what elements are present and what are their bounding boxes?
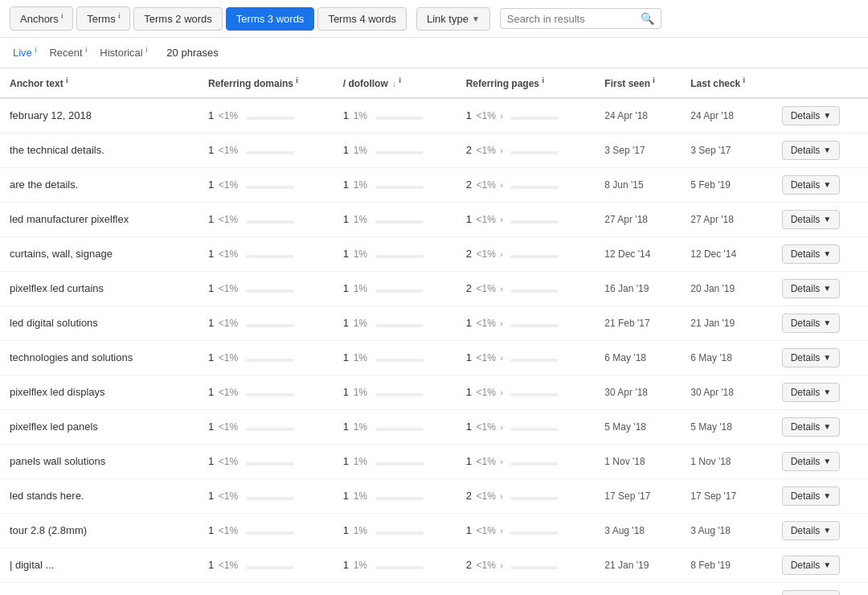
col-referring-pages: Referring pages i [457,68,596,98]
chevron-right-icon: › [501,285,503,293]
dofollow-num: 1 [343,109,349,121]
last-check-cell: 21 Jan '19 [681,306,772,340]
ref-domains-pct: <1% [219,214,238,225]
details-label: Details [791,421,821,433]
ref-pages-bar [510,179,559,191]
details-button[interactable]: Details ▼ [782,210,841,229]
ref-pages-bar [510,110,559,122]
ref-domains-bar [246,387,294,399]
details-label: Details [791,110,821,121]
dofollow-num: 1 [343,144,349,156]
dofollow-pct: 1% [354,318,367,329]
ref-pages-cell: 1 <1% › [457,375,596,409]
ref-pages-num: 1 [466,421,472,433]
dofollow-bar [375,490,424,503]
subnav-live[interactable]: Live i [13,46,36,59]
tab-anchors[interactable]: Anchors i [10,6,73,31]
dofollow-bar [375,318,424,330]
details-label: Details [791,560,821,571]
ref-domains-pct: <1% [219,456,238,467]
link-type-button[interactable]: Link type ▼ [416,7,490,31]
details-button[interactable]: Details ▼ [782,279,841,298]
anchor-text-cell: led video display [0,582,199,595]
details-button[interactable]: Details ▼ [782,417,841,437]
tab-terms4[interactable]: Terms 4 words [317,7,407,31]
ref-pages-num: 1 [466,317,472,329]
anchor-text-cell: pixelflex led panels [0,409,199,444]
ref-domains-num: 1 [208,178,214,191]
details-button[interactable]: Details ▼ [782,314,841,333]
ref-domains-cell: 1 <1% [199,202,334,236]
actions-cell: Details ▼ [772,133,868,167]
details-button[interactable]: Details ▼ [782,244,841,264]
last-check-cell: 24 Feb '18 [681,582,772,595]
details-label: Details [791,525,821,536]
ref-domains-pct: <1% [219,283,238,294]
first-seen-cell: 24 Apr '18 [595,98,681,133]
tab-terms2[interactable]: Terms 2 words [133,7,223,31]
search-input[interactable] [507,13,636,25]
ref-pages-pct: <1% [477,421,496,433]
table-row: curtains, wall, signage 1 <1% 1 1% 2 <1%… [0,236,868,271]
link-type-label: Link type [427,13,469,25]
ref-domains-pct: <1% [219,560,238,571]
details-chevron-icon: ▼ [823,388,831,396]
dofollow-pct: 1% [354,490,367,502]
table-row: led stands here. 1 <1% 1 1% 2 <1% › 17 S… [0,478,868,513]
details-button[interactable]: Details ▼ [782,348,841,367]
dofollow-bar [375,145,424,157]
table-row: are the details. 1 <1% 1 1% 2 <1% › 8 Ju… [0,167,868,202]
actions-cell: Details ▼ [772,582,868,595]
last-check-cell: 1 Nov '18 [681,444,772,478]
table-row: led digital solutions 1 <1% 1 1% 1 <1% ›… [0,306,868,340]
ref-pages-bar [510,318,559,330]
dofollow-bar [375,283,424,295]
details-button[interactable]: Details ▼ [782,521,841,540]
dofollow-cell: 1 1% [334,375,457,409]
last-check-cell: 30 Apr '18 [681,375,772,409]
last-check-cell: 3 Sep '17 [681,133,772,167]
actions-cell: Details ▼ [772,409,868,444]
tab-terms[interactable]: Terms i [76,6,130,31]
col-anchor-text: Anchor text i [0,68,199,98]
ref-pages-num: 2 [466,559,472,571]
last-check-cell: 3 Aug '18 [681,513,772,548]
details-button[interactable]: Details ▼ [782,486,841,506]
first-seen-cell: 30 Apr '18 [595,375,681,409]
ref-domains-num: 1 [208,490,214,502]
table-row: technologies and solutions 1 <1% 1 1% 1 … [0,340,868,375]
ref-domains-bar [246,490,294,503]
ref-domains-num: 1 [208,524,214,536]
details-button[interactable]: Details ▼ [782,590,841,595]
ref-pages-num: 1 [466,351,472,363]
tab-terms3[interactable]: Terms 3 words [226,7,315,31]
anchor-text-cell: | digital ... [0,548,199,582]
ref-pages-num: 2 [466,282,472,294]
ref-domains-bar [246,179,294,191]
ref-pages-cell: 2 <1% › [457,478,596,513]
details-button[interactable]: Details ▼ [782,556,841,575]
dofollow-cell: 1 1% [334,444,457,478]
anchor-text-cell: led stands here. [0,478,199,513]
details-label: Details [791,456,821,467]
details-button[interactable]: Details ▼ [782,383,841,402]
subnav-historical[interactable]: Historical i [100,46,147,59]
ref-domains-pct: <1% [219,387,238,398]
details-chevron-icon: ▼ [823,353,831,362]
dofollow-num: 1 [343,351,349,363]
details-button[interactable]: Details ▼ [782,175,841,195]
first-seen-cell: 5 May '18 [595,409,681,444]
chevron-right-icon: › [501,112,503,121]
details-button[interactable]: Details ▼ [782,106,841,125]
dofollow-cell: 1 1% [334,236,457,271]
ref-pages-pct: <1% [477,179,496,191]
subnav-recent[interactable]: Recent i [49,46,87,59]
dofollow-cell: 1 1% [334,306,457,340]
ref-domains-num: 1 [208,386,214,398]
ref-domains-num: 1 [208,213,214,225]
dofollow-pct: 1% [354,352,367,363]
actions-cell: Details ▼ [772,98,868,133]
details-button[interactable]: Details ▼ [782,452,841,471]
details-button[interactable]: Details ▼ [782,141,841,160]
ref-pages-bar [510,248,559,261]
